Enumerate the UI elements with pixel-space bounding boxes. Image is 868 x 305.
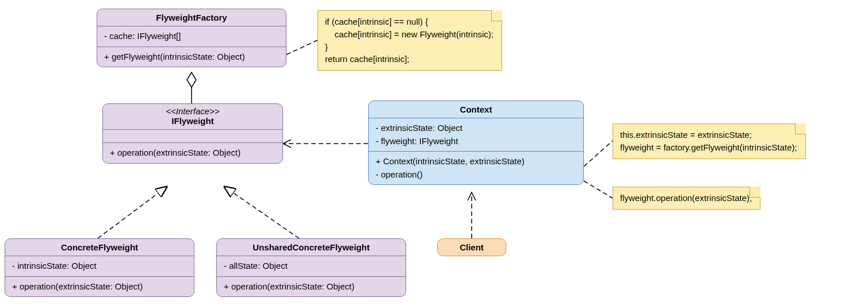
class-concrete-flyweight: ConcreteFlyweight - intrinsicState: Obje… (5, 238, 194, 297)
class-title: Client (438, 239, 506, 256)
class-flyweight-factory: FlyweightFactory - cache: IFlyweight[] +… (97, 9, 286, 67)
class-methods: + operation(extrinsicState: Object) (5, 276, 194, 297)
class-attributes: - cache: IFlyweight[] (97, 26, 286, 47)
class-attributes: - extrinsicState: Object - flyweight: IF… (369, 118, 583, 151)
svg-line-4 (98, 187, 167, 238)
class-methods: + operation(extrinsicState: Object) (217, 276, 406, 297)
class-methods: + operation(extrinsicState: Object) (103, 142, 282, 163)
note-context-constructor: this.extrinsicState = extrinsicState; fl… (613, 123, 806, 159)
class-title: ConcreteFlyweight (5, 239, 194, 256)
class-context: Context - extrinsicState: Object - flywe… (368, 101, 584, 185)
note-factory-code: if (cache[intrinsic] == null) { cache[in… (318, 10, 502, 71)
svg-line-7 (286, 40, 318, 55)
class-title: Context (369, 101, 583, 118)
class-methods: + Context(intrinsicState, extrinsicState… (369, 151, 583, 184)
svg-line-8 (584, 141, 613, 167)
interface-iflyweight: <<Interface>> IFlyweight + operation(ext… (102, 103, 283, 164)
svg-line-5 (224, 187, 299, 238)
svg-line-9 (584, 181, 613, 198)
class-methods: + getFlyweight(intrinsicState: Object) (97, 47, 286, 67)
note-context-operation: flyweight.operation(extrinsicState); (613, 187, 760, 210)
stereotype-label: <<Interface>> (103, 104, 282, 116)
class-attributes (103, 129, 282, 142)
class-title: FlyweightFactory (97, 9, 286, 26)
class-attributes: - allState: Object (217, 256, 406, 276)
class-title: UnsharedConcreteFlyweight (217, 239, 406, 256)
class-client: Client (437, 238, 506, 256)
class-title: IFlyweight (103, 116, 282, 129)
class-unshared-concrete-flyweight: UnsharedConcreteFlyweight - allState: Ob… (216, 238, 406, 297)
svg-marker-1 (187, 72, 196, 87)
class-attributes: - intrinsicState: Object (5, 256, 194, 276)
